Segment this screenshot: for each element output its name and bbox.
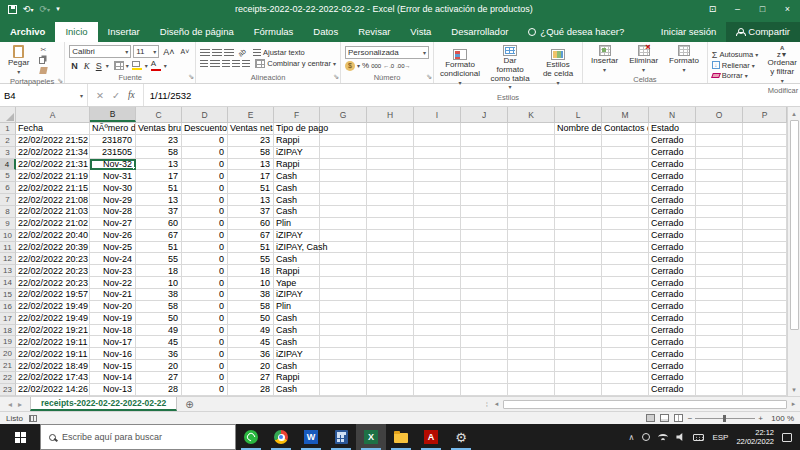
cell-C3[interactable]: 58 [136, 147, 182, 159]
cell-P12[interactable] [743, 253, 787, 265]
share-button[interactable]: Compartir [726, 22, 800, 42]
cell-J4[interactable] [461, 159, 508, 171]
cell-J18[interactable] [461, 325, 508, 337]
cell-D13[interactable]: 0 [182, 265, 228, 277]
cell-B6[interactable]: Nov-30 [90, 182, 136, 194]
cell-A3[interactable]: 22/02/2022 21:34 [16, 147, 90, 159]
cell-L7[interactable] [555, 194, 602, 206]
taskbar-app-calculator[interactable] [326, 424, 356, 450]
cell-H15[interactable] [367, 289, 414, 301]
cell-I18[interactable] [414, 325, 461, 337]
cell-K10[interactable] [508, 230, 555, 242]
wrap-text-button[interactable]: Ajustar texto [253, 48, 305, 57]
cell-J22[interactable] [461, 372, 508, 384]
font-color-icon[interactable]: A [150, 60, 162, 71]
cell-K15[interactable] [508, 289, 555, 301]
new-sheet-button[interactable]: ⊕ [177, 397, 201, 411]
close-button[interactable]: × [775, 0, 800, 18]
cell-J15[interactable] [461, 289, 508, 301]
redo-icon[interactable]: ⟳▾ [40, 4, 51, 14]
cell-B14[interactable]: Nov-22 [90, 277, 136, 289]
cell-F12[interactable]: Cash [274, 253, 320, 265]
cell-G23[interactable] [320, 384, 367, 396]
cell-M15[interactable] [602, 289, 649, 301]
cell-B5[interactable]: Nov-31 [90, 170, 136, 182]
cell-G10[interactable] [320, 230, 367, 242]
zoom-level[interactable]: 100 % [768, 414, 794, 423]
percent-style-button[interactable]: % [362, 61, 369, 70]
cell-F6[interactable]: Cash [274, 182, 320, 194]
cell-I4[interactable] [414, 159, 461, 171]
cell-F10[interactable]: iZIPAY [274, 230, 320, 242]
cell-N2[interactable]: Cerrado [649, 135, 696, 147]
cell-M7[interactable] [602, 194, 649, 206]
cell-P19[interactable] [743, 336, 787, 348]
cell-I12[interactable] [414, 253, 461, 265]
cell-C21[interactable]: 20 [136, 360, 182, 372]
cell-O14[interactable] [696, 277, 743, 289]
cell-N12[interactable]: Cerrado [649, 253, 696, 265]
cell-M1[interactable]: Contactos de [602, 123, 649, 135]
column-header-J[interactable]: J [461, 107, 508, 122]
cell-B20[interactable]: Nov-16 [90, 348, 136, 360]
cell-B16[interactable]: Nov-20 [90, 301, 136, 313]
cell-N19[interactable]: Cerrado [649, 336, 696, 348]
copy-icon[interactable] [39, 57, 45, 64]
cell-D10[interactable]: 0 [182, 230, 228, 242]
cell-D12[interactable]: 0 [182, 253, 228, 265]
cell-P8[interactable] [743, 206, 787, 218]
cell-A23[interactable]: 22/02/2022 14:26 [16, 384, 90, 396]
cell-J9[interactable] [461, 218, 508, 230]
row-header-19[interactable]: 19 [0, 336, 16, 348]
cell-J13[interactable] [461, 265, 508, 277]
cell-H3[interactable] [367, 147, 414, 159]
cell-K7[interactable] [508, 194, 555, 206]
cell-E19[interactable]: 45 [228, 336, 274, 348]
cell-B21[interactable]: Nov-15 [90, 360, 136, 372]
cell-D16[interactable]: 0 [182, 301, 228, 313]
cell-M9[interactable] [602, 218, 649, 230]
cell-G2[interactable] [320, 135, 367, 147]
cell-O19[interactable] [696, 336, 743, 348]
cell-G17[interactable] [320, 313, 367, 325]
cell-N13[interactable]: Cerrado [649, 265, 696, 277]
cell-G8[interactable] [320, 206, 367, 218]
cell-E22[interactable]: 27 [228, 372, 274, 384]
cell-F4[interactable]: Rappi [274, 159, 320, 171]
prev-sheet-icon[interactable]: ◂ [8, 400, 12, 409]
cell-A1[interactable]: Fecha [16, 123, 90, 135]
zoom-slider-thumb[interactable] [723, 415, 726, 422]
cell-E15[interactable]: 38 [228, 289, 274, 301]
cut-icon[interactable]: ✂ [36, 46, 50, 55]
cell-M14[interactable] [602, 277, 649, 289]
cell-J21[interactable] [461, 360, 508, 372]
cell-H7[interactable] [367, 194, 414, 206]
cell-K13[interactable] [508, 265, 555, 277]
cell-E11[interactable]: 51 [228, 242, 274, 254]
decrease-decimal-icon[interactable]: .00→ [396, 63, 410, 69]
cell-L10[interactable] [555, 230, 602, 242]
cell-A12[interactable]: 22/02/2022 20:23 [16, 253, 90, 265]
cell-O11[interactable] [696, 242, 743, 254]
align-center-icon[interactable] [210, 60, 220, 68]
column-header-O[interactable]: O [696, 107, 743, 122]
cell-N5[interactable]: Cerrado [649, 170, 696, 182]
cell-O23[interactable] [696, 384, 743, 396]
cell-J11[interactable] [461, 242, 508, 254]
macro-record-button[interactable] [29, 415, 37, 422]
cell-B8[interactable]: Nov-28 [90, 206, 136, 218]
accounting-format-icon[interactable]: $ [345, 61, 355, 71]
cell-P2[interactable] [743, 135, 787, 147]
cancel-entry-icon[interactable]: ✕ [96, 90, 104, 101]
cell-E1[interactable]: Ventas netas [228, 123, 274, 135]
tell-me-box[interactable]: ¿Qué desea hacer? [518, 26, 634, 42]
cell-P16[interactable] [743, 301, 787, 313]
column-header-E[interactable]: E [228, 107, 274, 122]
cell-K23[interactable] [508, 384, 555, 396]
column-header-L[interactable]: L [555, 107, 602, 122]
cell-P10[interactable] [743, 230, 787, 242]
cell-B2[interactable]: 231870 [90, 135, 136, 147]
cell-P5[interactable] [743, 170, 787, 182]
cell-N18[interactable]: Cerrado [649, 325, 696, 337]
cell-E7[interactable]: 13 [228, 194, 274, 206]
